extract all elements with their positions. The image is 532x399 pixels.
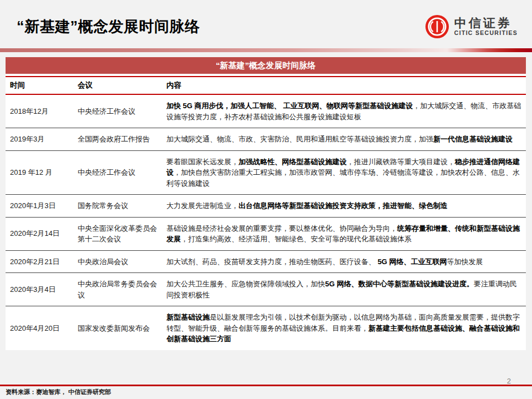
citic-logo-cn: 中信证券 <box>454 17 518 29</box>
cell-meeting: 全国两会政府工作报告 <box>73 128 162 151</box>
column-header-meeting: 会议 <box>73 77 162 94</box>
cell-time: 2020年1月3日 <box>6 195 73 218</box>
content-highlight: 加强战略性、网络型基础设施建设 <box>239 158 347 166</box>
table-body: 2018年12月中央经济工作会议加快 5G 商用步伐，加强人工智能、 工业互联网… <box>6 94 526 350</box>
table-row: 2020年2月21日中央政治局会议加大试剂、药品、疫苗研发支持力度，推动生物医药… <box>6 250 526 273</box>
column-header-content: 内容 <box>162 77 526 94</box>
content-text: ，加快自然灾害防治重大工程实施，加强市政管网、城市停车场、冷链物流等建设，加快农… <box>166 168 520 188</box>
content-highlight: 新型基础设施 <box>166 313 210 321</box>
citic-logo-en: CITIC SECURITIES <box>454 30 518 36</box>
content-text: 加大试剂、药品、疫苗研发支持力度，推动生物医药、医疗设备、 <box>166 257 378 266</box>
table-row: 2020年1月3日国务院常务会议大力发展先进制造业，出台信息网络等新型基础设施投… <box>6 195 526 218</box>
content-text: 要着眼国家长远发展， <box>166 158 239 166</box>
content-highlight: 5G 网络、工业互联网 <box>378 257 447 266</box>
content-highlight: 5G 网络、数据中心等新型基础设施建设进度。 <box>325 280 474 288</box>
cell-content: 加大城际交通、物流、市政、灾害防治、民用和通用航空等基础设施投资力度，加强新一代… <box>162 128 526 151</box>
cell-time: 2019 年12 月 <box>6 150 73 195</box>
table-header: 时间 会议 内容 <box>6 77 526 94</box>
table-row: 2019 年12 月中央经济工作会议要着眼国家长远发展，加强战略性、网络型基础设… <box>6 150 526 195</box>
content-text: 加大公共卫生服务、应急物资保障领域投入，加快 <box>166 280 325 288</box>
source-note: 资料来源：赛迪智库， 中信证券研究部 <box>6 388 111 396</box>
slide-header: “新基建”概念发展时间脉络 中信证券 CITIC SECURITIES <box>0 0 532 48</box>
cell-content: 基础设施是经济社会发展的重要支撑，要以整体优化、协同融合为导向，统筹存量和增量、… <box>162 217 526 250</box>
table-row: 2020年2月14日中央全面深化改革委员会第十二次会议基础设施是经济社会发展的重… <box>6 217 526 250</box>
table-caption: “新基建”概念发展时间脉络 <box>6 57 526 74</box>
table-row: 2018年12月中央经济工作会议加快 5G 商用步伐，加强人工智能、 工业互联网… <box>6 94 526 128</box>
content-text: ，打造集约高效、经济适用、智能绿色、安全可靠的现代化基础设施体系 <box>181 235 412 243</box>
citic-logo-text: 中信证券 CITIC SECURITIES <box>454 17 518 36</box>
table-row: 2020年3月4日中央政治局常务委员会会议加大公共卫生服务、应急物资保障领域投入… <box>6 273 526 306</box>
cell-time: 2020年2月21日 <box>6 250 73 273</box>
content-text: 加大城际交通、物流、市政、灾害防治、民用和通用航空等基础设施投资力度，加强 <box>166 135 433 143</box>
cell-meeting: 中央经济工作会议 <box>73 150 162 195</box>
timeline-table-container: “新基建”概念发展时间脉络 时间 会议 内容 2018年12月中央经济工作会议加… <box>6 57 526 350</box>
cell-content: 加大公共卫生服务、应急物资保障领域投入，加快5G 网络、数据中心等新型基础设施建… <box>162 273 526 306</box>
cell-content: 加大试剂、药品、疫苗研发支持力度，推动生物医药、医疗设备、 5G 网络、工业互联… <box>162 250 526 273</box>
cell-meeting: 中央经济工作会议 <box>73 94 162 128</box>
page-number: 2 <box>507 377 511 385</box>
cell-meeting: 中央政治局会议 <box>73 250 162 273</box>
cell-time: 2020年3月4日 <box>6 273 73 306</box>
table-row: 2020年4月20日国家发改委新闻发布会新型基础设施是以新发展理念为引领，以技术… <box>6 306 526 350</box>
cell-content: 大力发展先进制造业，出台信息网络等新型基础设施投资支持政策，推进智能、绿色制造 <box>162 195 526 218</box>
content-highlight: 加快 5G 商用步伐，加强人工智能、 工业互联网、物联网等新型基础设施建设 <box>166 102 413 110</box>
cell-content: 要着眼国家长远发展，加强战略性、网络型基础设施建设，推进川藏铁路等重大项目建设，… <box>162 150 526 195</box>
cell-content: 加快 5G 商用步伐，加强人工智能、 工业互联网、物联网等新型基础设施建设，加大… <box>162 94 526 128</box>
content-text: 大力发展先进制造业， <box>166 201 239 210</box>
title-divider-bar <box>0 48 532 52</box>
cell-time: 2018年12月 <box>6 94 73 128</box>
content-text: 等加快发展 <box>447 257 483 266</box>
citic-logo: 中信证券 CITIC SECURITIES <box>425 14 518 39</box>
cell-meeting: 国家发改委新闻发布会 <box>73 306 162 350</box>
page-title: “新基建”概念发展时间脉络 <box>17 17 200 37</box>
cell-time: 2020年2月14日 <box>6 217 73 250</box>
content-text: 基础设施是经济社会发展的重要支撑，要以整体优化、协同融合为导向， <box>166 224 397 233</box>
citic-logo-icon <box>425 14 449 39</box>
column-header-time: 时间 <box>6 77 73 94</box>
table-row: 2019年3月全国两会政府工作报告加大城际交通、物流、市政、灾害防治、民用和通用… <box>6 128 526 151</box>
content-highlight: 新一代信息基础设施建设 <box>433 135 513 143</box>
cell-meeting: 中央全面深化改革委员会第十二次会议 <box>73 217 162 250</box>
footer-red-line <box>0 385 532 386</box>
cell-content: 新型基础设施是以新发展理念为引领，以技术创新为驱动，以信息网络为基础，面向高质量… <box>162 306 526 350</box>
content-text: ，推进川藏铁路等重大项目建设， <box>347 158 455 166</box>
cell-meeting: 国务院常务会议 <box>73 195 162 218</box>
cell-time: 2019年3月 <box>6 128 73 151</box>
cell-meeting: 中央政治局常务委员会会议 <box>73 273 162 306</box>
timeline-table: 时间 会议 内容 2018年12月中央经济工作会议加快 5G 商用步伐，加强人工… <box>6 76 526 350</box>
cell-time: 2020年4月20日 <box>6 306 73 350</box>
content-highlight: 出台信息网络等新型基础设施投资支持政策，推进智能、绿色制造 <box>239 201 448 210</box>
